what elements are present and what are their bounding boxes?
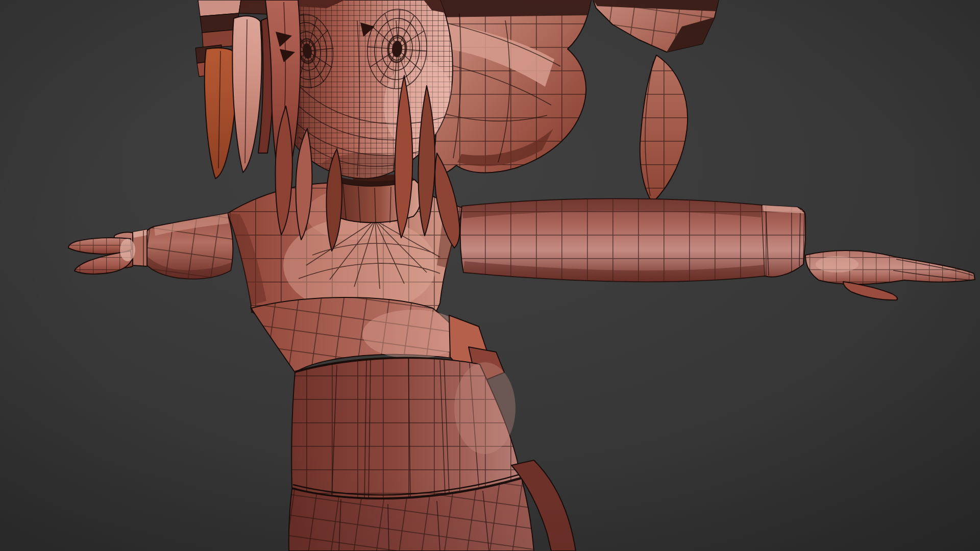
viewport-vignette: [0, 0, 980, 551]
viewport[interactable]: [0, 0, 980, 551]
